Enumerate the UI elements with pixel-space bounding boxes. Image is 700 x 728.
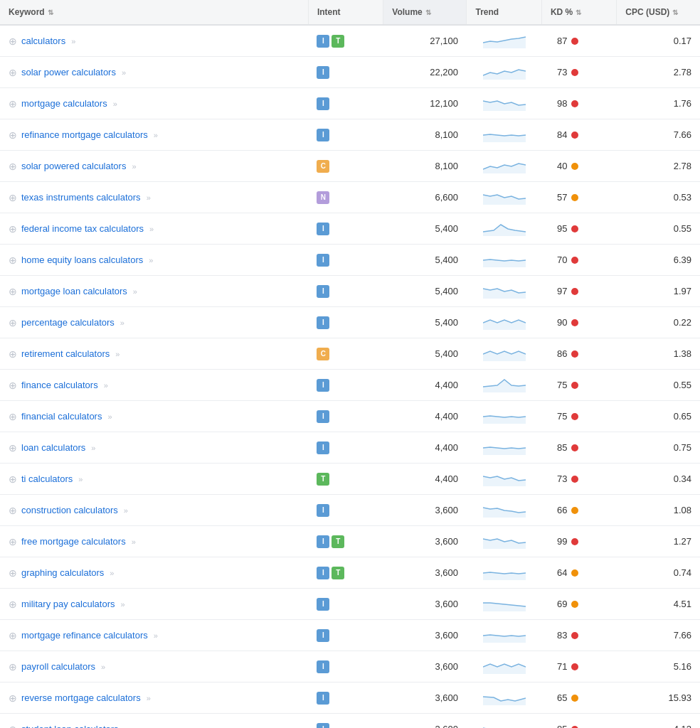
trend-sparkline — [483, 500, 526, 518]
keyword-add-icon[interactable]: ⊕ — [9, 380, 17, 391]
col-header-cpc[interactable]: CPC (USD)⇅ — [617, 0, 700, 25]
keyword-link[interactable]: mortgage calculators — [21, 98, 107, 109]
keyword-link[interactable]: mortgage loan calculators — [21, 286, 127, 296]
intent-cell: I — [308, 620, 383, 651]
keyword-add-icon[interactable]: ⊕ — [9, 724, 17, 729]
keyword-table: Keyword⇅IntentVolume⇅TrendKD %⇅CPC (USD)… — [0, 0, 700, 728]
table-row: ⊕ texas instruments calculators » N6,600… — [0, 182, 700, 213]
keyword-add-icon[interactable]: ⊕ — [9, 192, 17, 203]
keyword-add-icon[interactable]: ⊕ — [9, 317, 17, 328]
keyword-link[interactable]: solar power calculators — [21, 67, 116, 77]
keyword-link[interactable]: student loan calculators — [21, 724, 119, 728]
kd-dot — [571, 100, 578, 107]
keyword-link[interactable]: reverse mortgage calculators — [21, 692, 141, 703]
kd-cell: 75 — [541, 401, 616, 432]
keyword-add-icon[interactable]: ⊕ — [9, 411, 17, 422]
keyword-expand-icon[interactable]: » — [124, 725, 129, 729]
keyword-expand-icon[interactable]: » — [104, 381, 108, 390]
cpc-cell: 2.78 — [617, 57, 700, 88]
keyword-link[interactable]: free mortgage calculators — [21, 536, 126, 547]
keyword-cell: ⊕ solar powered calculators » — [0, 151, 308, 182]
kd-value: 98 — [550, 98, 567, 109]
keyword-add-icon[interactable]: ⊕ — [9, 536, 17, 547]
trend-cell — [467, 245, 541, 276]
keyword-add-icon[interactable]: ⊕ — [9, 161, 17, 172]
keyword-link[interactable]: retirement calculators — [21, 348, 110, 359]
keyword-link[interactable]: payroll calculators — [21, 661, 95, 672]
keyword-add-icon[interactable]: ⊕ — [9, 67, 17, 78]
kd-cell: 90 — [541, 307, 616, 338]
volume-cell: 5,400 — [383, 245, 467, 276]
col-header-kd[interactable]: KD %⇅ — [541, 0, 616, 25]
keyword-add-icon[interactable]: ⊕ — [9, 223, 17, 235]
keyword-link[interactable]: percentage calculators — [21, 317, 115, 328]
keyword-expand-icon[interactable]: » — [101, 663, 105, 671]
keyword-expand-icon[interactable]: » — [154, 131, 158, 139]
keyword-expand-icon[interactable]: » — [149, 256, 153, 264]
keyword-add-icon[interactable]: ⊕ — [9, 36, 17, 47]
trend-sparkline — [483, 688, 526, 705]
kd-cell: 87 — [541, 25, 616, 57]
col-header-trend: Trend — [467, 0, 541, 25]
keyword-link[interactable]: calculators — [21, 36, 65, 46]
keyword-add-icon[interactable]: ⊕ — [9, 661, 17, 673]
keyword-expand-icon[interactable]: » — [91, 444, 95, 452]
keyword-add-icon[interactable]: ⊕ — [9, 129, 17, 141]
cpc-cell: 15.93 — [617, 682, 700, 714]
keyword-link[interactable]: refinance mortgage calculators — [21, 129, 148, 140]
keyword-link[interactable]: mortgage refinance calculators — [21, 630, 148, 641]
keyword-link[interactable]: loan calculators — [21, 442, 85, 453]
intent-badge-I: I — [317, 129, 329, 141]
keyword-expand-icon[interactable]: » — [115, 350, 120, 358]
keyword-expand-icon[interactable]: » — [147, 193, 151, 202]
keyword-expand-icon[interactable]: » — [107, 412, 112, 421]
keyword-expand-icon[interactable]: » — [132, 537, 136, 546]
intent-badge-I: I — [317, 379, 329, 392]
trend-sparkline — [483, 313, 526, 330]
kd-value: 40 — [550, 161, 567, 171]
keyword-add-icon[interactable]: ⊕ — [9, 286, 17, 297]
keyword-expand-icon[interactable]: » — [113, 100, 117, 108]
keyword-link[interactable]: solar powered calculators — [21, 161, 126, 171]
keyword-link[interactable]: military pay calculators — [21, 599, 115, 609]
keyword-expand-icon[interactable]: » — [122, 68, 126, 77]
keyword-expand-icon[interactable]: » — [149, 225, 154, 233]
keyword-add-icon[interactable]: ⊕ — [9, 98, 17, 109]
cpc-cell: 0.22 — [617, 307, 700, 338]
keyword-add-icon[interactable]: ⊕ — [9, 630, 17, 641]
keyword-link[interactable]: ti calculators — [21, 473, 73, 484]
keyword-expand-icon[interactable]: » — [147, 694, 151, 702]
keyword-link[interactable]: financial calculators — [21, 411, 102, 422]
keyword-expand-icon[interactable]: » — [71, 37, 75, 46]
volume-cell: 3,600 — [383, 620, 467, 651]
intent-badge-I: I — [317, 629, 329, 642]
cpc-cell: 1.97 — [617, 276, 700, 307]
keyword-add-icon[interactable]: ⊕ — [9, 567, 17, 579]
keyword-link[interactable]: federal income tax calculators — [21, 223, 144, 234]
keyword-add-icon[interactable]: ⊕ — [9, 348, 17, 360]
keyword-expand-icon[interactable]: » — [132, 162, 136, 171]
keyword-link[interactable]: finance calculators — [21, 380, 98, 390]
keyword-expand-icon[interactable]: » — [133, 287, 137, 296]
keyword-expand-icon[interactable]: » — [110, 569, 114, 577]
keyword-link[interactable]: texas instruments calculators — [21, 192, 141, 203]
keyword-link[interactable]: home equity loans calculators — [21, 255, 143, 265]
keyword-expand-icon[interactable]: » — [154, 631, 158, 640]
keyword-add-icon[interactable]: ⊕ — [9, 442, 17, 454]
keyword-link[interactable]: graphing calculators — [21, 567, 104, 578]
keyword-add-icon[interactable]: ⊕ — [9, 255, 17, 266]
keyword-expand-icon[interactable]: » — [78, 475, 83, 483]
trend-cell — [467, 88, 541, 119]
keyword-expand-icon[interactable]: » — [120, 318, 124, 327]
keyword-add-icon[interactable]: ⊕ — [9, 599, 17, 610]
col-header-volume[interactable]: Volume⇅ — [383, 0, 467, 25]
col-header-keyword[interactable]: Keyword⇅ — [0, 0, 308, 25]
trend-sparkline — [483, 31, 526, 48]
keyword-link[interactable]: construction calculators — [21, 505, 118, 515]
keyword-expand-icon[interactable]: » — [124, 506, 128, 515]
keyword-add-icon[interactable]: ⊕ — [9, 505, 17, 516]
keyword-add-icon[interactable]: ⊕ — [9, 692, 17, 704]
keyword-expand-icon[interactable]: » — [121, 600, 125, 609]
kd-value: 64 — [550, 567, 567, 578]
keyword-add-icon[interactable]: ⊕ — [9, 473, 17, 485]
